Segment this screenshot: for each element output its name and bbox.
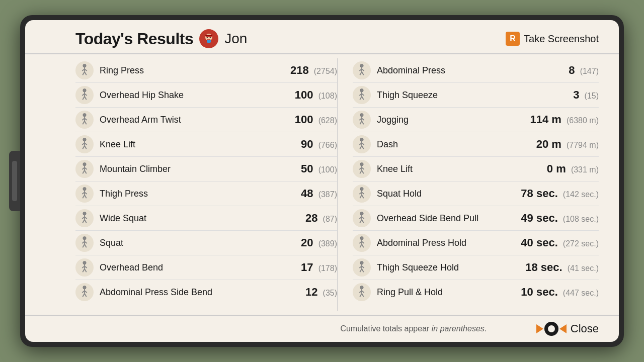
close-button[interactable]: Close	[536, 322, 599, 336]
exercise-value: 18 sec. (41 sec.)	[525, 261, 599, 274]
overhead-bend-icon	[75, 258, 94, 277]
exercise-cumulative: (628)	[318, 116, 337, 125]
exercise-cumulative: (87)	[323, 215, 337, 223]
svg-line-30	[85, 146, 87, 149]
svg-point-13	[83, 88, 87, 92]
svg-line-29	[83, 146, 85, 149]
knee-lift-icon	[75, 135, 94, 153]
wide-squat-icon	[75, 209, 94, 227]
exercise-value: 48 (387)	[301, 187, 337, 200]
device-frame: Today's Results Jon R	[20, 15, 624, 347]
exercise-cumulative: (178)	[318, 264, 337, 273]
exercise-value: 8 (147)	[569, 64, 599, 77]
svg-point-109	[360, 236, 364, 240]
list-item: Abdominal Press 8 (147)	[353, 58, 599, 83]
svg-line-65	[83, 294, 85, 297]
exercise-name: Abdominal Press Side Bend	[100, 287, 305, 298]
exercise-name: Squat Hold	[377, 189, 521, 199]
exercise-value: 114 m (6380 m)	[530, 113, 599, 126]
svg-point-19	[83, 113, 87, 117]
exercise-name: Overhead Hip Shake	[100, 90, 295, 101]
ring-pull-hold-icon	[353, 283, 371, 301]
exercise-value: 49 sec. (108 sec.)	[521, 212, 599, 225]
exercise-value: 3 (15)	[573, 88, 599, 102]
ab-press-hold-icon	[353, 234, 371, 252]
list-item: Ring Pull & Hold 10 sec. (447 sec.)	[353, 280, 599, 304]
exercise-cumulative: (35)	[323, 289, 337, 297]
svg-line-108	[362, 220, 364, 223]
header: Today's Results Jon R	[25, 20, 619, 54]
list-item: Overhead Hip Shake 100 (108)	[75, 83, 337, 108]
exercise-name: Ring Pull & Hold	[377, 287, 521, 298]
list-item: Squat 20 (389)	[75, 231, 337, 255]
svg-point-85	[360, 138, 364, 141]
svg-point-121	[360, 286, 364, 289]
list-item: Thigh Squeeze 3 (15)	[353, 83, 599, 108]
svg-line-17	[83, 97, 85, 100]
exercise-name: Overhead Side Bend Pull	[377, 213, 521, 224]
exercise-cumulative: (41 sec.)	[568, 264, 599, 273]
svg-line-23	[83, 121, 85, 125]
mountain-climber-icon	[75, 160, 94, 178]
exercise-name: Knee Lift	[377, 164, 547, 174]
exercise-name: Ring Press	[100, 65, 290, 76]
exercise-cumulative: (7794 m)	[567, 141, 599, 149]
svg-rect-3	[205, 35, 212, 36]
screen: Today's Results Jon R	[25, 20, 619, 342]
svg-line-77	[360, 97, 362, 100]
svg-point-5	[210, 37, 211, 38]
header-right: R Take Screenshot	[506, 32, 599, 46]
svg-line-126	[362, 294, 364, 297]
svg-line-59	[83, 269, 85, 273]
screenshot-label[interactable]: Take Screenshot	[524, 33, 599, 45]
triangle-right-icon	[536, 324, 543, 333]
list-item: Knee Lift 0 m (331 m)	[353, 157, 599, 182]
thigh-press-icon	[75, 185, 94, 203]
svg-line-114	[362, 244, 364, 248]
svg-line-90	[362, 146, 364, 149]
footer: Cumulative totals appear in parentheses.…	[25, 315, 619, 342]
mario-icon	[199, 29, 218, 48]
list-item: Jogging 114 m (6380 m)	[353, 108, 599, 132]
exercise-cumulative: (331 m)	[571, 165, 599, 174]
svg-line-113	[360, 244, 362, 248]
list-item: Abdominal Press Hold 40 sec. (272 sec.)	[353, 231, 599, 255]
svg-line-48	[85, 220, 87, 223]
exercise-cumulative: (6380 m)	[567, 116, 599, 125]
list-item: Squat Hold 78 sec. (142 sec.)	[353, 182, 599, 206]
right-column: Abdominal Press 8 (147) Thigh Squeeze 3 …	[337, 58, 599, 311]
r-button[interactable]: R	[506, 32, 520, 46]
left-column: Ring Press 218 (2754) Overhead Hip Shake…	[75, 58, 337, 311]
squat-hold-icon	[353, 185, 371, 203]
exercise-value: 12 (35)	[305, 286, 337, 299]
exercise-name: Knee Lift	[100, 139, 301, 150]
exercise-cumulative: (447 sec.)	[563, 289, 599, 297]
svg-point-73	[360, 88, 364, 92]
exercise-name: Mountain Climber	[100, 164, 301, 174]
list-item: Ring Press 218 (2754)	[75, 58, 337, 83]
svg-line-24	[85, 121, 87, 125]
squat-icon	[75, 234, 94, 252]
exercise-value: 50 (100)	[301, 162, 337, 175]
exercise-value: 40 sec. (272 sec.)	[521, 236, 599, 249]
svg-line-96	[362, 170, 364, 174]
exercise-cumulative: (272 sec.)	[563, 239, 599, 248]
exercise-cumulative: (147)	[580, 67, 599, 75]
close-label[interactable]: Close	[571, 322, 599, 335]
circle-button-icon	[544, 322, 558, 336]
exercise-value: 100 (108)	[295, 88, 337, 102]
exercise-value: 0 m (331 m)	[547, 162, 599, 175]
exercise-name: Dash	[377, 139, 536, 150]
svg-point-91	[360, 162, 364, 166]
svg-point-79	[360, 113, 364, 117]
svg-line-53	[83, 244, 85, 248]
side-bend-pull-icon	[353, 209, 371, 227]
exercise-cumulative: (108)	[318, 92, 337, 100]
exercise-name: Overhead Bend	[100, 262, 301, 273]
list-item: Dash 20 m (7794 m)	[353, 132, 599, 157]
thigh-squeeze-hold-icon	[353, 258, 371, 277]
exercise-name: Thigh Squeeze	[377, 90, 573, 101]
exercise-value: 78 sec. (142 sec.)	[521, 187, 599, 200]
svg-point-115	[360, 261, 364, 264]
side-grip	[9, 151, 20, 211]
